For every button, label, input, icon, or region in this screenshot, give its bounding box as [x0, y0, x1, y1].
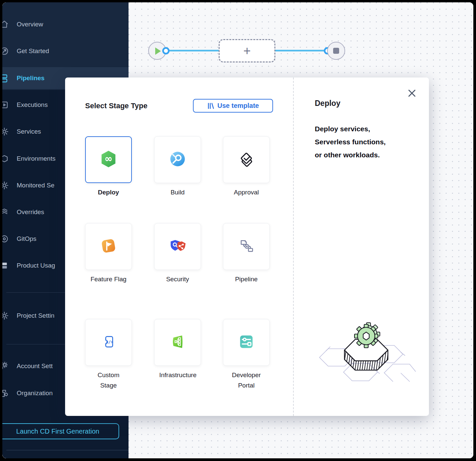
- account-settings-gear-icon: [2, 361, 9, 371]
- start-node-port: [162, 47, 170, 54]
- rocket-icon: [2, 46, 9, 56]
- security-icon: [168, 236, 187, 257]
- pipeline-edge-left: [168, 50, 221, 51]
- developer-portal-icon: [237, 332, 256, 353]
- custom-stage-icon: </>: [99, 332, 118, 353]
- stage-card-feature-flag[interactable]: Feature Flag: [85, 223, 132, 270]
- stage-card-deploy[interactable]: ∞ Deploy: [85, 136, 132, 183]
- stage-card-box[interactable]: [154, 136, 201, 183]
- svg-text:∞: ∞: [104, 153, 112, 164]
- stage-card-build[interactable]: Build: [154, 136, 201, 183]
- template-library-icon: [207, 102, 214, 110]
- pipeline-chain-icon: [237, 236, 256, 257]
- stage-card-label: Infrastructure: [159, 370, 196, 380]
- hexagon-icon: [2, 154, 9, 164]
- use-template-button[interactable]: Use template: [193, 99, 273, 113]
- stage-card-box[interactable]: [223, 223, 270, 270]
- feature-flag-icon: [99, 236, 118, 257]
- stage-card-box[interactable]: [154, 319, 201, 366]
- use-template-label: Use template: [217, 102, 259, 110]
- pipelines-icon: [2, 73, 9, 83]
- project-settings-gear-icon: [2, 311, 9, 321]
- sidebar-item-label: Environments: [17, 155, 55, 162]
- deploy-hexagon-illustration: [316, 321, 416, 393]
- sidebar-item-overview[interactable]: Overview: [2, 15, 129, 34]
- sidebar-item-label: Organization: [17, 390, 53, 397]
- stage-card-infrastructure[interactable]: Infrastructure: [154, 319, 201, 366]
- sidebar-bottom-divider: [6, 450, 129, 450]
- sidebar-item-label: Overview: [17, 21, 43, 28]
- stage-detail-description: Deploy services, Serverless functions, o…: [315, 122, 415, 161]
- stage-card-label: Pipeline: [228, 274, 265, 284]
- sidebar-item-get-started[interactable]: Get Started: [2, 42, 129, 60]
- home-icon: [2, 19, 9, 29]
- stage-card-custom-stage[interactable]: </> Custom Stage: [85, 319, 132, 366]
- stage-card-box[interactable]: </>: [85, 319, 132, 366]
- sidebar-item-label: Get Started: [17, 47, 49, 55]
- approval-icon: [237, 149, 256, 170]
- pipeline-end-node[interactable]: [327, 42, 345, 60]
- stage-card-label: Custom Stage: [90, 370, 127, 391]
- stage-card-box[interactable]: ∞: [85, 136, 132, 183]
- stage-card-label: Feature Flag: [90, 274, 127, 284]
- stage-card-box[interactable]: [223, 136, 270, 183]
- sidebar-item-label: Product Usag: [17, 262, 55, 269]
- executions-icon: [2, 100, 9, 110]
- gitops-icon: [2, 234, 9, 244]
- sidebar-item-label: Services: [17, 128, 41, 135]
- sidebar-item-label: Account Sett: [17, 362, 53, 370]
- play-icon: [155, 47, 161, 55]
- sidebar-item-label: GitOps: [17, 235, 36, 243]
- screenshot-frame: + Overview Get Started Pipelines: [0, 0, 476, 461]
- stage-card-box[interactable]: [154, 223, 201, 270]
- close-icon[interactable]: [407, 88, 417, 98]
- modal-pane-divider: [293, 78, 294, 416]
- build-icon: [168, 149, 187, 170]
- stage-card-label: Build: [159, 187, 196, 197]
- sidebar-item-label: Pipelines: [17, 74, 44, 82]
- sidebar-item-label: Overrides: [17, 208, 44, 216]
- sidebar-item-label: Executions: [17, 101, 48, 109]
- plus-icon: +: [243, 44, 251, 57]
- monitor-gear-icon: [2, 180, 9, 190]
- select-stage-modal: Select Stage Type Use template ∞ Deploy …: [65, 78, 429, 416]
- sidebar-item-label: Project Settin: [17, 312, 54, 319]
- stage-card-label: Approval: [228, 187, 265, 197]
- sidebar-item-label: Monitored Se: [17, 182, 54, 189]
- pipeline-edge-right: [274, 50, 329, 51]
- stage-card-box[interactable]: [223, 319, 270, 366]
- stop-icon: [333, 48, 339, 54]
- add-stage-node[interactable]: +: [219, 39, 275, 62]
- stage-card-pipeline[interactable]: Pipeline: [223, 223, 270, 270]
- infrastructure-icon: [168, 332, 187, 353]
- launch-cd-first-generation-button[interactable]: Launch CD First Generation: [2, 423, 119, 439]
- stage-card-developer-portal[interactable]: Developer Portal: [223, 319, 270, 366]
- deploy-icon: ∞: [99, 149, 118, 170]
- svg-text:</>: </>: [106, 339, 113, 344]
- gear-icon: [2, 127, 9, 137]
- layers-icon: [2, 207, 9, 217]
- modal-title: Select Stage Type: [85, 102, 148, 110]
- stage-card-label: Security: [159, 274, 196, 284]
- usage-bars-icon: [2, 261, 9, 271]
- stage-card-security[interactable]: Security: [154, 223, 201, 270]
- stage-detail-title: Deploy: [315, 99, 340, 108]
- organization-icon: [2, 388, 9, 398]
- stage-card-label: Developer Portal: [228, 370, 265, 391]
- stage-card-label: Deploy: [82, 187, 135, 197]
- stage-card-approval[interactable]: Approval: [223, 136, 270, 183]
- stage-card-box[interactable]: [85, 223, 132, 270]
- app-window: + Overview Get Started Pipelines: [2, 2, 473, 458]
